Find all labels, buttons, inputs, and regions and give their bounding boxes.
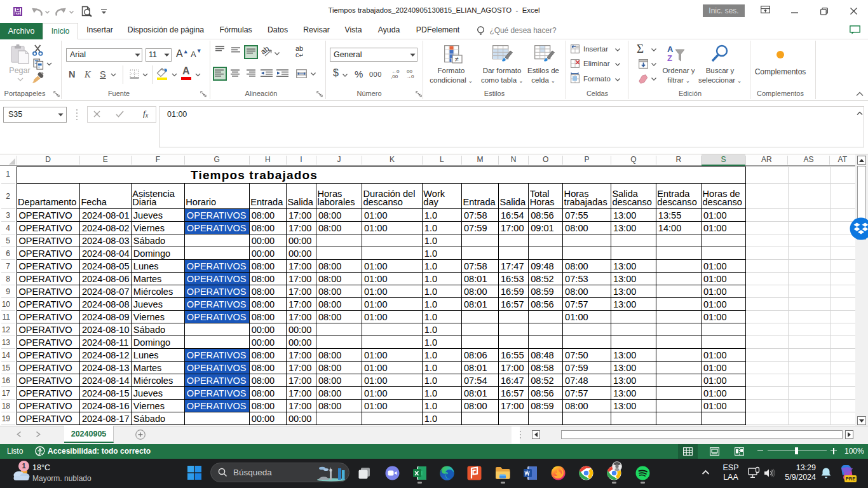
svg-text:,00: ,00 (391, 74, 398, 79)
svg-text:Z: Z (667, 53, 672, 63)
svg-text:≠: ≠ (455, 55, 459, 63)
svg-text:A: A (667, 44, 674, 54)
